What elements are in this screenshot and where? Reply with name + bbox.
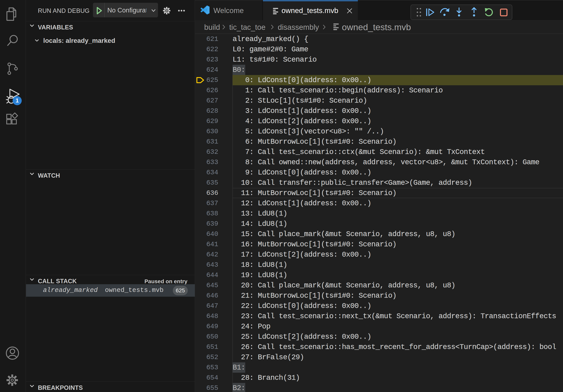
svg-text:1: 1	[16, 97, 19, 104]
